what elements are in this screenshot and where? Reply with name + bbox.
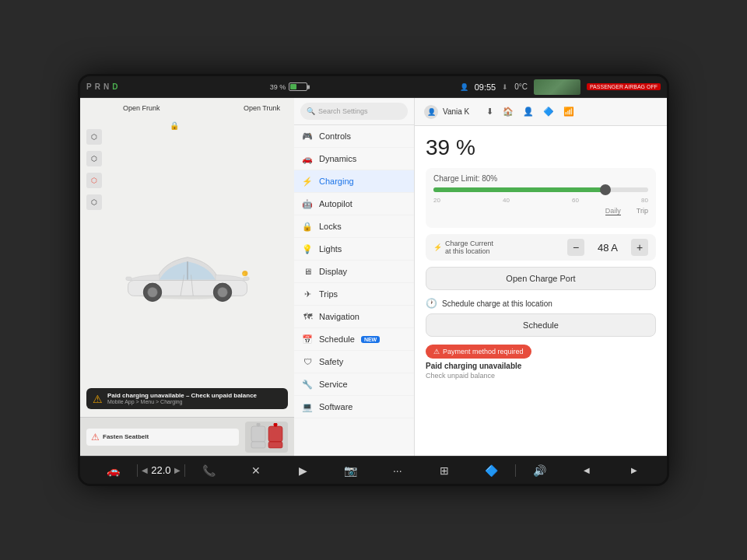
schedule-button[interactable]: Schedule [426,313,656,337]
current-plus-button[interactable]: + [631,239,648,256]
speed-arrow-right[interactable]: ▶ [174,466,181,474]
lights-label: Lights [319,244,342,254]
bluetooth-icon-top[interactable]: 🔷 [542,105,556,118]
svg-rect-9 [125,277,131,281]
dynamics-label: Dynamics [319,154,356,163]
menu-item-display[interactable]: 🖥 Display [294,261,414,283]
charge-limit-section: Charge Limit: 80% 20 40 60 80 [426,168,656,228]
seat-diagram [245,422,288,453]
taskbar-arrow-right[interactable]: ▶ [610,457,658,484]
charge-limit-label: Charge Limit: 80% [433,174,497,183]
taskbar-car-icon[interactable]: 🚗 [89,457,137,484]
taskbar-grid-icon[interactable]: ⊞ [421,457,468,484]
lights-icon: 💡 [302,243,313,254]
open-charge-port-button[interactable]: Open Charge Port [426,267,656,290]
taskbar-arrow-left[interactable]: ◀ [563,457,611,484]
download-icon-top[interactable]: ⬇ [485,105,495,118]
svg-rect-14 [251,442,265,448]
warning-triangle-icon: ⚠ [93,393,103,405]
left-panel: ⬡ ⬡ ⬡ ⬡ Open Frunk Open Trunk 🔒 [80,98,294,456]
trips-icon: ✈ [302,289,313,299]
menu-item-navigation[interactable]: 🗺 Navigation [294,306,414,328]
svg-rect-16 [268,442,282,448]
user-info: 👤 Vania K [424,105,469,119]
menu-item-software[interactable]: 💻 Software [294,396,414,418]
menu-item-service[interactable]: 🔧 Service [294,373,414,396]
menu-item-lights[interactable]: 💡 Lights [294,238,414,261]
prnd-n: N [103,82,109,91]
slider-labels: 20 40 60 80 [433,197,648,204]
prnd-display: P R N D [86,82,117,91]
svg-point-4 [147,288,157,298]
schedule-header-text: Schedule charge at this location [442,299,552,308]
menu-item-charging[interactable]: ⚡ Charging [294,170,414,193]
battery-fill [290,84,296,89]
prnd-p: P [86,82,92,91]
menu-item-locks[interactable]: 🔒 Locks [294,215,414,238]
payment-note-text: Check unpaid balance [426,372,656,380]
service-label: Service [319,380,348,389]
current-label: ⚡ Charge Current at this location [433,240,496,255]
controls-icon: 🎮 [302,131,313,142]
charge-slider-container[interactable]: 20 40 60 80 [433,187,648,204]
current-icon: ⚡ [433,243,442,251]
menu-item-autopilot[interactable]: 🤖 Autopilot [294,193,414,215]
service-icon: 🔧 [302,379,313,390]
speed-arrow-left[interactable]: ◀ [142,466,148,474]
prnd-d: D [112,82,117,91]
taskbar-bluetooth-icon[interactable]: 🔷 [468,457,516,484]
taskbar-more-icon[interactable]: ··· [374,457,421,484]
prnd-r: R [95,82,100,91]
schedule-label: Schedule [319,334,355,344]
charge-slider-thumb[interactable] [600,184,611,195]
user-avatar: 👤 [424,105,438,119]
menu-item-dynamics[interactable]: 🚗 Dynamics [294,148,414,170]
taskbar-camera-icon[interactable]: 📷 [327,457,374,484]
payment-error-text: Payment method required [443,348,524,355]
svg-rect-15 [268,426,282,442]
charge-percent: 39 % [426,135,656,160]
home-icon-top[interactable]: 🏠 [501,105,515,118]
menu-item-controls[interactable]: 🎮 Controls [294,125,414,148]
taskbar: 🚗 ◀ 22.0 ▶ 📞 ✕ ▶ 📷 ··· ⊞ 🔷 🔊 ◀ ▶ [80,456,667,484]
signal-icon-top[interactable]: 📶 [562,105,576,118]
display-icon: 🖥 [302,266,313,277]
trip-tab[interactable]: Trip [637,207,648,215]
person-icon-top[interactable]: 👤 [521,105,535,118]
menu-item-safety[interactable]: 🛡 Safety [294,351,414,373]
menu-item-trips[interactable]: ✈ Trips [294,283,414,306]
taskbar-x-icon[interactable]: ✕ [233,457,280,484]
safety-icon: 🛡 [302,356,313,367]
error-circle-icon: ⚠ [433,348,440,355]
autopilot-label: Autopilot [319,199,352,208]
locks-icon: 🔒 [302,221,313,232]
trips-label: Trips [319,289,338,299]
main-content: ⬡ ⬡ ⬡ ⬡ Open Frunk Open Trunk 🔒 [80,98,667,456]
taskbar-volume-icon[interactable]: 🔊 [516,457,563,484]
menu-item-schedule[interactable]: 📅 Schedule NEW [294,328,414,351]
warning-text-block: Paid charging unavailable – Check unpaid… [107,392,257,404]
charge-slider-track[interactable] [433,187,648,192]
schedule-clock-icon: 🕐 [426,298,437,309]
main-screen: P R N D 39 % 👤 09:55 ⬇ 0°C PASSENGER AIR… [78,74,669,486]
navigation-label: Navigation [319,312,359,321]
current-minus-button[interactable]: − [567,239,584,256]
right-content: 39 % Charge Limit: 80% 20 4 [415,126,667,456]
top-header-right: 👤 09:55 ⬇ 0°C PASSENGER AIRBAG OFF [460,79,661,95]
svg-rect-13 [251,426,265,442]
controls-label: Controls [319,131,351,141]
warning-banner: ⚠ Paid charging unavailable – Check unpa… [86,388,288,409]
search-input-container[interactable]: 🔍 Search Settings [300,103,408,120]
current-controls: − 48 A + [567,239,648,256]
taskbar-media-icon[interactable]: ▶ [279,457,327,484]
charging-detail-panel: 👤 Vania K ⬇ 🏠 👤 🔷 📶 39 % Charge Limi [415,98,667,456]
payment-unavailable-text: Paid charging unavailable [426,362,656,370]
charging-icon: ⚡ [302,176,313,187]
safety-label: Safety [319,357,343,366]
right-top-bar: 👤 Vania K ⬇ 🏠 👤 🔷 📶 [415,98,667,126]
top-icons-row: ⬇ 🏠 👤 🔷 📶 [485,105,576,118]
daily-tab[interactable]: Daily [605,207,621,215]
left-bottom-bar: ⚠ Fasten Seatbelt [80,417,294,456]
payment-error-section: ⚠ Payment method required Paid charging … [426,343,656,380]
taskbar-phone-icon[interactable]: 📞 [185,457,233,484]
